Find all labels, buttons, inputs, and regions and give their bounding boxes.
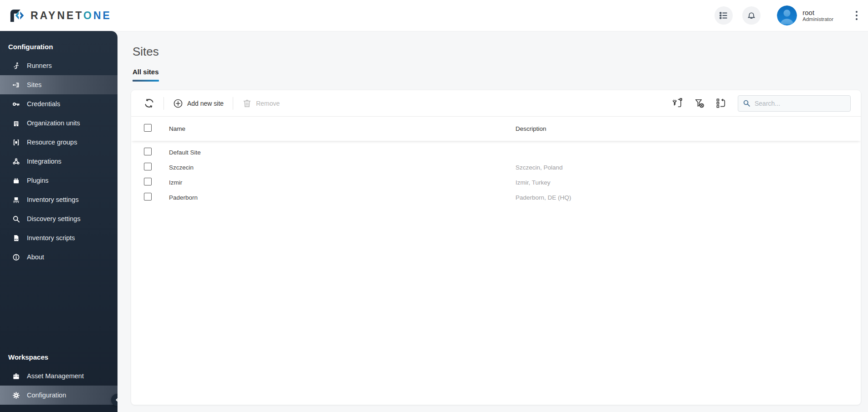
user-avatar-icon [777,5,797,26]
page-title: Sites [133,45,868,59]
user-menu[interactable]: root Administrator [777,5,833,26]
plus-circle-icon [173,98,183,108]
sidebar-item-label: Resource groups [27,139,77,146]
site-name: Default Site [169,149,516,156]
toolbar-divider [163,97,164,110]
choose-columns-icon [715,98,727,109]
integrations-links-icon [12,157,20,165]
sidebar-item-label: Integrations [27,158,61,165]
view-options-icon [719,11,728,20]
filter-add-icon [672,98,683,109]
sidebar-item-about[interactable]: About [0,247,117,267]
notifications-bell-icon [747,11,756,20]
info-circle-icon [12,253,20,261]
view-options-button[interactable] [715,6,733,25]
sidebar-item-sites[interactable]: Sites [0,75,117,94]
sidebar-item-runners[interactable]: Runners [0,56,117,75]
choose-columns-button[interactable] [713,96,729,111]
magnifier-icon [12,215,20,223]
resource-group-icon [12,138,20,146]
more-options-kebab-icon [856,11,858,13]
remove-label: Remove [256,100,280,107]
search-box [738,95,851,112]
table-row[interactable]: Default Site [131,145,861,160]
row-checkbox[interactable] [144,178,152,185]
site-description: Paderborn, DE (HQ) [516,194,861,201]
sidebar-item-label: Configuration [27,391,66,399]
filter-add-button[interactable] [669,96,685,111]
sidebar-item-label: Credentials [27,100,60,108]
add-new-site-button[interactable]: Add new site [170,96,226,111]
sidebar-item-inventory-settings[interactable]: Inventory settings [0,190,117,209]
sidebar-item-plugins[interactable]: Plugins [0,171,117,190]
sidebar-section-configuration: Configuration [8,43,117,51]
sidebar: Configuration Runners Sites [0,31,117,412]
clear-filter-icon [694,98,705,109]
brand-logo[interactable]: RAYNETONE [7,6,112,25]
sidebar-item-label: Organization units [27,119,80,127]
conveyor-box-icon [12,196,20,204]
main-content: Sites All sites [117,31,868,412]
sidebar-item-discovery-settings[interactable]: Discovery settings [0,209,117,228]
runner-icon [12,62,20,70]
site-name: Izmir [169,179,516,186]
more-options-button[interactable] [853,8,861,23]
search-icon [743,99,751,107]
column-header-name: Name [169,125,516,132]
sidebar-item-label: Sites [27,81,41,88]
sidebar-item-asset-management[interactable]: Asset Management [0,366,117,386]
column-header-description: Description [516,125,861,132]
table-row[interactable]: Paderborn Paderborn, DE (HQ) [131,190,861,205]
table-row[interactable]: Izmir Izmir, Turkey [131,175,861,190]
building-icon [12,119,20,127]
refresh-button[interactable] [141,95,157,111]
sidebar-item-integrations[interactable]: Integrations [0,152,117,171]
table-toolbar: Add new site Remove [131,90,861,116]
sidebar-item-credentials[interactable]: Credentials [0,94,117,113]
sidebar-item-label: Discovery settings [27,215,81,222]
gear-icon [12,391,20,399]
row-checkbox[interactable] [144,148,152,155]
site-description: Izmir, Turkey [516,179,861,186]
raynet-logo-mark-icon [7,6,26,25]
sidebar-item-label: Inventory scripts [27,234,75,242]
site-name: Paderborn [169,194,516,201]
key-icon [12,100,20,108]
plugin-brick-icon [12,176,20,185]
sidebar-item-label: Inventory settings [27,196,79,203]
table-row[interactable]: Szczecin Szczecin, Poland [131,160,861,175]
sidebar-item-configuration[interactable]: Configuration [0,386,117,405]
remove-button[interactable]: Remove [240,96,282,111]
sidebar-item-label: Runners [27,62,52,69]
search-input[interactable] [755,100,841,107]
sidebar-item-inventory-scripts[interactable]: Inventory scripts [0,228,117,247]
refresh-icon [144,98,154,108]
sidebar-item-label: Plugins [27,177,49,184]
toolbox-icon [12,372,20,380]
sidebar-section-workspaces: Workspaces [8,353,117,361]
sidebar-item-label: About [27,253,44,261]
tab-all-sites[interactable]: All sites [133,68,159,82]
site-description: Szczecin, Poland [516,164,861,171]
add-new-site-label: Add new site [187,100,224,107]
sidebar-item-resource-groups[interactable]: Resource groups [0,133,117,152]
script-document-icon [12,234,20,242]
tab-bar: All sites [133,68,868,82]
sites-network-icon [12,81,20,89]
sidebar-item-label: Asset Management [27,372,84,380]
row-checkbox[interactable] [144,193,152,201]
brand-wordmark: RAYNETONE [31,10,112,22]
row-checkbox[interactable] [144,163,152,170]
notifications-button[interactable] [742,6,761,25]
site-name: Szczecin [169,164,516,171]
top-bar: RAYNETONE [0,0,868,31]
table-body: Default Site Szczecin Szczecin, Poland I… [131,141,861,205]
sites-table-card: Add new site Remove [131,90,861,405]
select-all-checkbox[interactable] [144,124,152,132]
clear-filter-button[interactable] [691,96,707,111]
user-name: root [802,9,833,16]
active-tab-underline [133,80,159,82]
table-header-row: Name Description [131,116,861,141]
trash-icon [242,98,252,108]
sidebar-item-organization-units[interactable]: Organization units [0,113,117,133]
